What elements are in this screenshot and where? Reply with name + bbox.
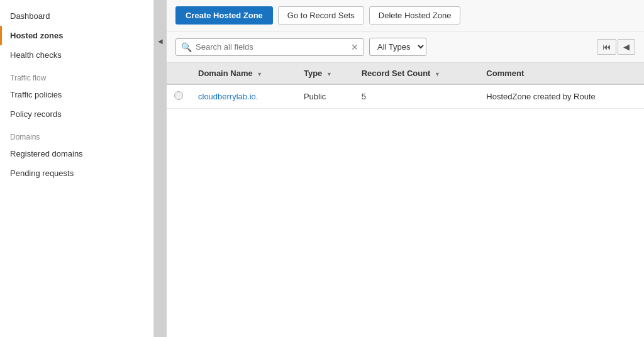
table-row[interactable]: cloudberrylab.io. Public 5 HostedZone cr… (167, 84, 644, 109)
table-header-domain-name[interactable]: Domain Name ▼ (191, 63, 296, 84)
hosted-zones-table: Domain Name ▼ Type ▼ Record Set Count ▼ … (167, 63, 644, 109)
toolbar: Create Hosted Zone Go to Record Sets Del… (167, 0, 644, 31)
filter-row: 🔍 ✕ All Types Public Private ⏮ ◀ (167, 31, 644, 63)
row-type: Public (296, 84, 354, 109)
sidebar-item-registered-domains[interactable]: Registered domains (0, 144, 153, 163)
type-filter-select[interactable]: All Types Public Private (369, 38, 426, 56)
sidebar-item-pending-requests[interactable]: Pending requests (0, 163, 153, 183)
main-content: Create Hosted Zone Go to Record Sets Del… (167, 0, 644, 337)
sidebar-item-hosted-zones[interactable]: Hosted zones (0, 26, 153, 45)
table-header-row: Domain Name ▼ Type ▼ Record Set Count ▼ … (167, 63, 644, 84)
row-select-cell[interactable] (167, 84, 191, 109)
sidebar-item-dashboard[interactable]: Dashboard (0, 6, 153, 26)
search-input[interactable] (196, 42, 347, 52)
hosted-zones-table-container: Domain Name ▼ Type ▼ Record Set Count ▼ … (167, 63, 644, 337)
collapse-sidebar-button[interactable]: ◀ (154, 0, 167, 337)
sidebar: Dashboard Hosted zones Health checks Tra… (0, 0, 154, 337)
row-record-set-count: 5 (354, 84, 479, 109)
create-hosted-zone-button[interactable]: Create Hosted Zone (175, 6, 273, 25)
delete-hosted-zone-button[interactable]: Delete Hosted Zone (369, 6, 461, 25)
sidebar-item-policy-records[interactable]: Policy records (0, 104, 153, 124)
search-box: 🔍 ✕ (175, 38, 364, 56)
prev-page-button[interactable]: ◀ (618, 39, 635, 55)
sidebar-item-health-checks[interactable]: Health checks (0, 45, 153, 65)
table-header-record-set-count[interactable]: Record Set Count ▼ (354, 63, 479, 84)
table-header-select (167, 63, 191, 84)
clear-search-icon[interactable]: ✕ (351, 42, 358, 52)
row-radio-button[interactable] (174, 91, 183, 100)
table-header-type[interactable]: Type ▼ (296, 63, 354, 84)
goto-record-sets-button[interactable]: Go to Record Sets (278, 6, 364, 25)
traffic-flow-section-label: Traffic flow (0, 65, 153, 85)
row-domain-name: cloudberrylab.io. (191, 84, 296, 109)
type-sort-icon: ▼ (326, 71, 332, 77)
domain-name-sort-icon: ▼ (257, 71, 262, 77)
domains-section-label: Domains (0, 124, 153, 144)
table-header-comment: Comment (479, 63, 644, 84)
first-page-button[interactable]: ⏮ (597, 39, 616, 55)
record-set-count-sort-icon: ▼ (435, 71, 440, 77)
row-comment: HostedZone created by Route (479, 84, 644, 109)
sidebar-item-traffic-policies[interactable]: Traffic policies (0, 85, 153, 104)
domain-link[interactable]: cloudberrylab.io. (198, 92, 258, 101)
search-icon: 🔍 (181, 42, 192, 52)
pagination-controls: ⏮ ◀ (597, 39, 635, 55)
